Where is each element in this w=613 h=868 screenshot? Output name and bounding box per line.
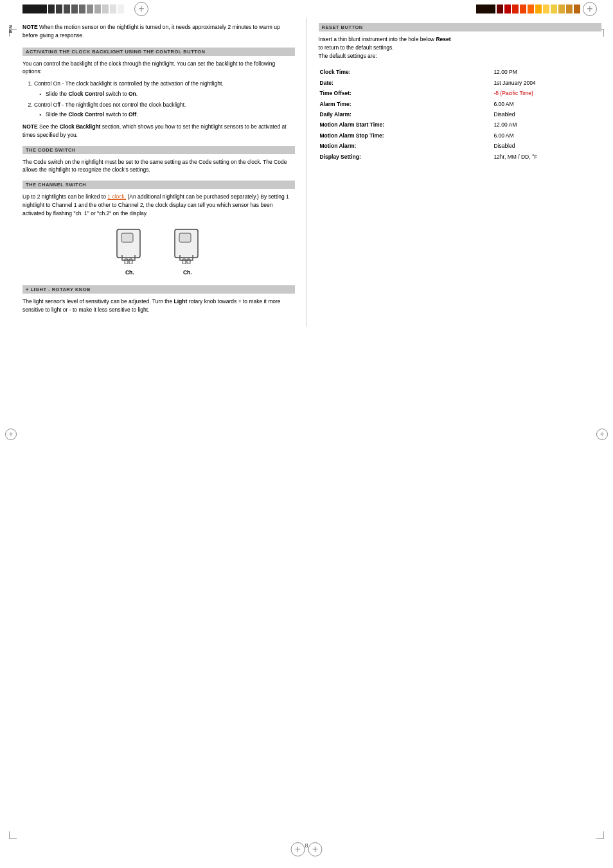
section4-header: + LIGHT - ROTARY KNOB xyxy=(22,285,295,294)
section2-body: The Code switch on the nightlight must b… xyxy=(22,158,295,175)
defaults-label: Alarm Time: xyxy=(320,100,493,109)
defaults-label: Clock Time: xyxy=(320,67,493,76)
reset-line3: The default settings are: xyxy=(319,52,601,60)
svg-rect-5 xyxy=(179,233,191,242)
defaults-table: Clock Time:12.00 PMDate:1st January 2004… xyxy=(319,66,601,163)
left-crosshair xyxy=(5,429,17,440)
defaults-value: 12hr, MM / DD, °F xyxy=(493,152,600,161)
defaults-label: Motion Alarm: xyxy=(320,141,493,150)
sublist-2: Slide the Clock Control switch to Off. xyxy=(34,111,295,119)
bottom-left-crosshair xyxy=(291,842,305,856)
svg-rect-1 xyxy=(121,233,133,242)
defaults-row: Daily Alarm:Disabled xyxy=(320,110,600,119)
svg-rect-6 xyxy=(182,259,186,264)
defaults-row: Motion Alarm Stop Time:6.00 AM xyxy=(320,131,600,140)
section1-body: You can control the backlight of the clo… xyxy=(22,60,295,139)
reset-line2: to return to the default settings. xyxy=(319,44,601,52)
top-bar-right xyxy=(306,0,613,18)
ch2-label: Ch. xyxy=(183,269,192,276)
section1-intro: You can control the backlight of the clo… xyxy=(22,60,295,76)
note-label: NOTE xyxy=(22,24,38,30)
defaults-value: Disabled xyxy=(493,141,600,150)
defaults-value: -8 (Pacific Time) xyxy=(493,89,600,98)
defaults-row: Display Setting:12hr, MM / DD, °F xyxy=(320,152,600,161)
top-left-crosshair xyxy=(134,2,148,16)
svg-rect-3 xyxy=(129,259,132,264)
section4-body: The light sensor's level of sensitivity … xyxy=(22,297,295,314)
list-item-2: Control Off - The nightlight does not co… xyxy=(34,101,295,120)
section1-note: NOTE See the Clock Backlight section, wh… xyxy=(22,123,295,139)
svg-rect-7 xyxy=(187,259,190,264)
defaults-value: Disabled xyxy=(493,110,600,119)
defaults-row: Alarm Time:6.00 AM xyxy=(320,100,600,109)
defaults-row: Motion Alarm Start Time:12.00 AM xyxy=(320,120,600,129)
defaults-label: Motion Alarm Stop Time: xyxy=(320,131,493,140)
defaults-label: Display Setting: xyxy=(320,152,493,161)
defaults-value: 12.00 PM xyxy=(493,67,600,76)
defaults-row: Clock Time:12.00 PM xyxy=(320,67,600,76)
highlight-text: 1 clock. xyxy=(107,193,126,200)
top-bar-left xyxy=(0,0,306,18)
device-icon-ch2 xyxy=(172,227,204,264)
channel-icons: Ch. Ch. xyxy=(22,227,295,276)
section3-body: Up to 2 nightlights can be linked to 1 c… xyxy=(22,193,295,217)
defaults-row: Date:1st January 2004 xyxy=(320,78,600,87)
defaults-value: 6.00 AM xyxy=(493,131,600,140)
note-intro-text: When the motion sensor on the nightlight… xyxy=(22,24,280,39)
sublist-1: Slide the Clock Control switch to On. xyxy=(34,90,295,98)
defaults-row: Motion Alarm:Disabled xyxy=(320,141,600,150)
right-column: RESET BUTTON Insert a thin blunt instrum… xyxy=(307,18,613,327)
defaults-value: 6.00 AM xyxy=(493,100,600,109)
reset-line1: Insert a thin blunt instrument into the … xyxy=(319,35,601,44)
note-intro: NOTE When the motion sensor on the night… xyxy=(22,23,295,40)
ch1-label: Ch. xyxy=(125,269,134,276)
defaults-label: Time Offset: xyxy=(320,89,493,98)
section2-header: THE CODE SWITCH xyxy=(22,146,295,154)
top-bar xyxy=(0,0,613,18)
section1-header: ACTIVATING THE CLOCK BACKLIGHT USING THE… xyxy=(22,48,295,56)
page-content: EN NOTE When the motion sensor on the ni… xyxy=(0,18,613,327)
defaults-label: Date: xyxy=(320,78,493,87)
list-item-1: Control On - The clock backlight is cont… xyxy=(34,80,295,98)
section3-header: THE CHANNEL SWITCH xyxy=(22,181,295,189)
language-label: EN xyxy=(8,24,13,33)
svg-rect-2 xyxy=(125,259,128,264)
right-crosshair xyxy=(596,429,608,440)
defaults-label: Daily Alarm: xyxy=(320,110,493,119)
defaults-row: Time Offset:-8 (Pacific Time) xyxy=(320,89,600,98)
sublist-item-2: Slide the Clock Control switch to Off. xyxy=(39,111,295,119)
channel-device-1: Ch. xyxy=(114,227,146,276)
channel-device-2: Ch. xyxy=(172,227,204,276)
defaults-value: 12.00 AM xyxy=(493,120,600,129)
reset-intro: Insert a thin blunt instrument into the … xyxy=(319,35,601,60)
top-right-crosshair xyxy=(583,2,597,16)
right-color-strip xyxy=(476,4,580,13)
section1-list: Control On - The clock backlight is cont… xyxy=(22,80,295,119)
defaults-value: 1st January 2004 xyxy=(493,78,600,87)
corner-mark-bl xyxy=(9,831,17,839)
bottom-crosshairs xyxy=(291,842,323,856)
sublist-item-1: Slide the Clock Control switch to On. xyxy=(39,90,295,98)
bottom-right-crosshair xyxy=(308,842,323,856)
corner-mark-br xyxy=(596,831,604,839)
device-icon-ch1 xyxy=(114,227,146,264)
reset-header: RESET BUTTON xyxy=(319,23,601,31)
defaults-label: Motion Alarm Start Time: xyxy=(320,120,493,129)
left-color-strip xyxy=(22,4,132,13)
left-column: EN NOTE When the motion sensor on the ni… xyxy=(0,18,306,327)
